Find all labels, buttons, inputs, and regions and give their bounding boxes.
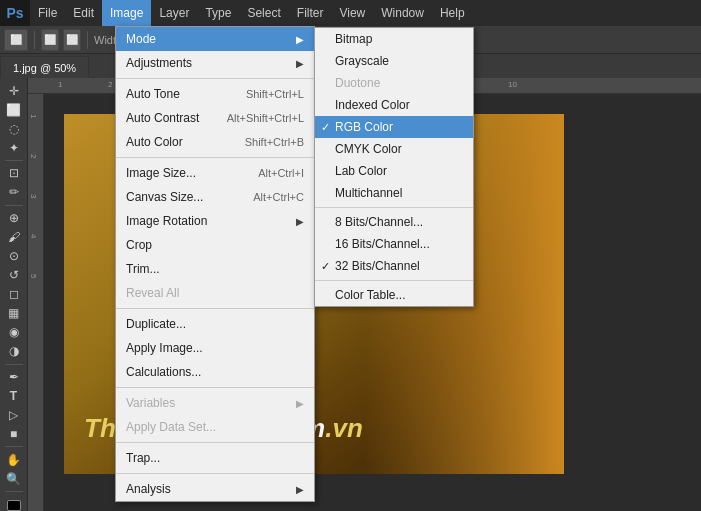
menu-type[interactable]: Type <box>197 0 239 26</box>
lasso-tool[interactable]: ◌ <box>3 120 25 137</box>
menu-item-apply-image-label: Apply Image... <box>126 341 304 355</box>
submenu-color-table[interactable]: Color Table... <box>315 284 473 306</box>
menu-item-canvas-size[interactable]: Canvas Size... Alt+Ctrl+C <box>116 185 314 209</box>
submenu-multichannel[interactable]: Multichannel <box>315 182 473 204</box>
menu-item-apply-data-set-label: Apply Data Set... <box>126 420 304 434</box>
submenu-32bits[interactable]: 32 Bits/Channel <box>315 255 473 277</box>
submenu-sep2 <box>315 280 473 281</box>
marquee-tool[interactable]: ⬜ <box>3 101 25 118</box>
submenu-bitmap[interactable]: Bitmap <box>315 28 473 50</box>
menu-item-auto-contrast[interactable]: Auto Contrast Alt+Shift+Ctrl+L <box>116 106 314 130</box>
submenu-arrow3: ▶ <box>296 216 304 227</box>
crop-tool[interactable]: ⊡ <box>3 165 25 182</box>
foreground-color[interactable] <box>7 500 21 511</box>
auto-contrast-shortcut: Alt+Shift+Ctrl+L <box>227 112 304 124</box>
menu-item-canvas-size-label: Canvas Size... <box>126 190 243 204</box>
menu-sep4 <box>116 387 314 388</box>
menu-item-auto-tone[interactable]: Auto Tone Shift+Ctrl+L <box>116 82 314 106</box>
submenu-8bits[interactable]: 8 Bits/Channel... <box>315 211 473 233</box>
menu-select[interactable]: Select <box>239 0 288 26</box>
eyedropper-tool[interactable]: ✏ <box>3 184 25 201</box>
menu-item-image-size[interactable]: Image Size... Alt+Ctrl+I <box>116 161 314 185</box>
menu-item-calculations[interactable]: Calculations... <box>116 360 314 384</box>
menu-help[interactable]: Help <box>432 0 473 26</box>
menu-file[interactable]: File <box>30 0 65 26</box>
dodge-tool[interactable]: ◑ <box>3 343 25 360</box>
auto-tone-shortcut: Shift+Ctrl+L <box>246 88 304 100</box>
menu-item-trim[interactable]: Trim... <box>116 257 314 281</box>
tool-separator <box>5 160 23 161</box>
new-selection-btn[interactable]: ⬜ <box>4 29 28 51</box>
submenu-cmyk-color-label: CMYK Color <box>335 142 402 156</box>
menu-filter[interactable]: Filter <box>289 0 332 26</box>
history-tool[interactable]: ↺ <box>3 267 25 284</box>
submenu-sep1 <box>315 207 473 208</box>
eraser-tool[interactable]: ◻ <box>3 286 25 303</box>
menu-edit[interactable]: Edit <box>65 0 102 26</box>
menu-item-crop-label: Crop <box>126 238 304 252</box>
menu-item-image-rotation[interactable]: Image Rotation ▶ <box>116 209 314 233</box>
hand-tool[interactable]: ✋ <box>3 451 25 468</box>
healing-tool[interactable]: ⊕ <box>3 210 25 227</box>
pen-tool[interactable]: ✒ <box>3 368 25 385</box>
path-tool[interactable]: ▷ <box>3 406 25 423</box>
menu-item-mode[interactable]: Mode ▶ <box>116 27 314 51</box>
submenu-indexed-color[interactable]: Indexed Color <box>315 94 473 116</box>
clone-tool[interactable]: ⊙ <box>3 248 25 265</box>
menu-item-reveal-all-label: Reveal All <box>126 286 304 300</box>
submenu-duotone-label: Duotone <box>335 76 380 90</box>
submenu-grayscale[interactable]: Grayscale <box>315 50 473 72</box>
menu-image[interactable]: Image <box>102 0 151 26</box>
menu-item-trap[interactable]: Trap... <box>116 446 314 470</box>
submenu-arrow4: ▶ <box>296 398 304 409</box>
ruler-tick-v: 5 <box>29 274 38 278</box>
submenu-cmyk-color[interactable]: CMYK Color <box>315 138 473 160</box>
brush-tool[interactable]: 🖌 <box>3 229 25 246</box>
shape-tool[interactable]: ■ <box>3 425 25 442</box>
menu-item-analysis-label: Analysis <box>126 482 286 496</box>
submenu-arrow2: ▶ <box>296 58 304 69</box>
submenu-16bits-label: 16 Bits/Channel... <box>335 237 430 251</box>
style-btn[interactable]: ⬜ <box>63 29 81 51</box>
toolbar-separator <box>34 31 35 49</box>
submenu-16bits[interactable]: 16 Bits/Channel... <box>315 233 473 255</box>
submenu-grayscale-label: Grayscale <box>335 54 389 68</box>
gradient-tool[interactable]: ▦ <box>3 305 25 322</box>
feather-btn[interactable]: ⬜ <box>41 29 59 51</box>
menu-item-auto-color[interactable]: Auto Color Shift+Ctrl+B <box>116 130 314 154</box>
submenu-lab-color[interactable]: Lab Color <box>315 160 473 182</box>
menu-item-duplicate-label: Duplicate... <box>126 317 304 331</box>
menu-view[interactable]: View <box>331 0 373 26</box>
submenu-rgb-color-label: RGB Color <box>335 120 393 134</box>
menu-item-crop[interactable]: Crop <box>116 233 314 257</box>
menu-item-trim-label: Trim... <box>126 262 304 276</box>
ruler-tick-v: 1 <box>29 114 38 118</box>
menu-sep1 <box>116 78 314 79</box>
submenu-rgb-color[interactable]: ✓ RGB Color <box>315 116 473 138</box>
magic-wand-tool[interactable]: ✦ <box>3 139 25 156</box>
menu-item-adjustments[interactable]: Adjustments ▶ <box>116 51 314 75</box>
submenu-8bits-label: 8 Bits/Channel... <box>335 215 423 229</box>
tab-1jpg[interactable]: 1.jpg @ 50% <box>0 56 89 78</box>
tool-separator3 <box>5 364 23 365</box>
submenu-multichannel-label: Multichannel <box>335 186 402 200</box>
vertical-ruler: 1 2 3 4 5 <box>28 94 44 511</box>
menu-sep3 <box>116 308 314 309</box>
menu-item-auto-contrast-label: Auto Contrast <box>126 111 217 125</box>
menu-layer[interactable]: Layer <box>151 0 197 26</box>
app-logo: Ps <box>0 0 30 26</box>
menu-window[interactable]: Window <box>373 0 432 26</box>
menu-item-reveal-all: Reveal All <box>116 281 314 305</box>
menu-item-duplicate[interactable]: Duplicate... <box>116 312 314 336</box>
menu-item-apply-image[interactable]: Apply Image... <box>116 336 314 360</box>
menu-item-analysis[interactable]: Analysis ▶ <box>116 477 314 501</box>
ruler-tick-v: 4 <box>29 234 38 238</box>
tool-separator4 <box>5 446 23 447</box>
move-tool[interactable]: ✛ <box>3 82 25 99</box>
zoom-tool[interactable]: 🔍 <box>3 470 25 487</box>
mode-submenu: Bitmap Grayscale Duotone Indexed Color ✓… <box>314 27 474 307</box>
text-tool[interactable]: T <box>3 387 25 404</box>
blur-tool[interactable]: ◉ <box>3 324 25 341</box>
submenu-arrow5: ▶ <box>296 484 304 495</box>
submenu-lab-color-label: Lab Color <box>335 164 387 178</box>
